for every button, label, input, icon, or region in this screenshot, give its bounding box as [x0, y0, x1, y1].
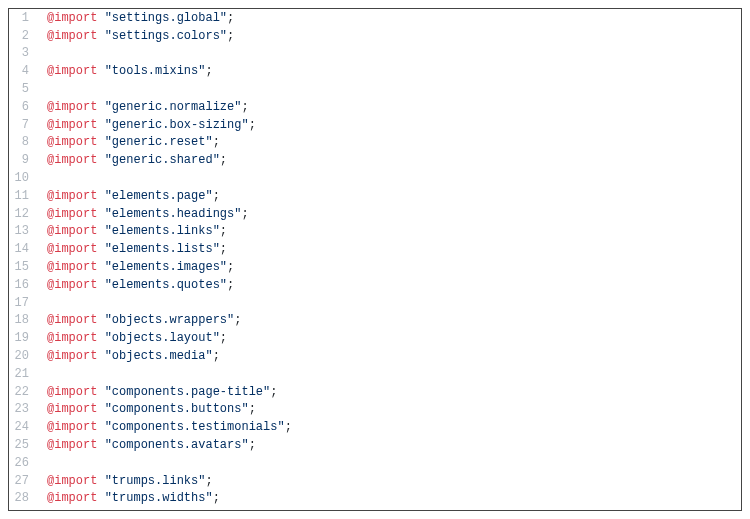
- code-line: 16@import "elements.quotes";: [9, 276, 741, 294]
- string-literal: "elements.quotes": [105, 278, 227, 292]
- line-number: 27: [9, 474, 37, 488]
- line-number: 12: [9, 207, 37, 221]
- code-line: 5: [9, 80, 741, 98]
- line-number: 23: [9, 402, 37, 416]
- keyword: @import: [47, 207, 97, 221]
- punctuation: ;: [213, 135, 220, 149]
- code-line: 2@import "settings.colors";: [9, 27, 741, 45]
- keyword: @import: [47, 242, 97, 256]
- string-literal: "generic.shared": [105, 153, 220, 167]
- keyword: @import: [47, 224, 97, 238]
- string-literal: "elements.lists": [105, 242, 220, 256]
- code-line: 10: [9, 169, 741, 187]
- line-content: @import "generic.box-sizing";: [37, 118, 256, 132]
- line-number: 26: [9, 456, 37, 470]
- line-number: 1: [9, 11, 37, 25]
- code-line: 8@import "generic.reset";: [9, 134, 741, 152]
- line-content: @import "objects.wrappers";: [37, 313, 241, 327]
- keyword: @import: [47, 64, 97, 78]
- string-literal: "trumps.widths": [105, 491, 213, 505]
- code-line: 9@import "generic.shared";: [9, 151, 741, 169]
- code-line: 15@import "elements.images";: [9, 258, 741, 276]
- line-content: @import "elements.images";: [37, 260, 234, 274]
- line-content: @import "components.testimonials";: [37, 420, 292, 434]
- string-literal: "elements.images": [105, 260, 227, 274]
- code-line: 22@import "components.page-title";: [9, 383, 741, 401]
- punctuation: ;: [241, 207, 248, 221]
- keyword: @import: [47, 135, 97, 149]
- code-line: 7@import "generic.box-sizing";: [9, 116, 741, 134]
- punctuation: ;: [241, 100, 248, 114]
- keyword: @import: [47, 402, 97, 416]
- line-number: 10: [9, 171, 37, 185]
- punctuation: ;: [249, 438, 256, 452]
- punctuation: ;: [205, 474, 212, 488]
- string-literal: "settings.global": [105, 11, 227, 25]
- code-line: 24@import "components.testimonials";: [9, 418, 741, 436]
- punctuation: ;: [270, 385, 277, 399]
- line-number: 18: [9, 313, 37, 327]
- keyword: @import: [47, 29, 97, 43]
- string-literal: "elements.headings": [105, 207, 242, 221]
- line-number: 5: [9, 82, 37, 96]
- keyword: @import: [47, 438, 97, 452]
- string-literal: "elements.page": [105, 189, 213, 203]
- line-number: 15: [9, 260, 37, 274]
- string-literal: "objects.media": [105, 349, 213, 363]
- keyword: @import: [47, 420, 97, 434]
- code-line: 11@import "elements.page";: [9, 187, 741, 205]
- line-number: 20: [9, 349, 37, 363]
- line-content: @import "elements.lists";: [37, 242, 227, 256]
- string-literal: "components.buttons": [105, 402, 249, 416]
- string-literal: "generic.box-sizing": [105, 118, 249, 132]
- punctuation: ;: [227, 278, 234, 292]
- line-number: 28: [9, 491, 37, 505]
- keyword: @import: [47, 278, 97, 292]
- line-content: @import "generic.shared";: [37, 153, 227, 167]
- code-line: 19@import "objects.layout";: [9, 329, 741, 347]
- line-content: @import "components.avatars";: [37, 438, 256, 452]
- line-content: @import "elements.page";: [37, 189, 220, 203]
- line-content: @import "elements.headings";: [37, 207, 249, 221]
- code-line: 14@import "elements.lists";: [9, 240, 741, 258]
- line-number: 21: [9, 367, 37, 381]
- code-line: 26: [9, 454, 741, 472]
- keyword: @import: [47, 11, 97, 25]
- line-number: 11: [9, 189, 37, 203]
- line-number: 6: [9, 100, 37, 114]
- string-literal: "trumps.links": [105, 474, 206, 488]
- keyword: @import: [47, 331, 97, 345]
- punctuation: ;: [220, 153, 227, 167]
- line-number: 24: [9, 420, 37, 434]
- string-literal: "objects.layout": [105, 331, 220, 345]
- line-number: 2: [9, 29, 37, 43]
- line-content: @import "generic.reset";: [37, 135, 220, 149]
- string-literal: "objects.wrappers": [105, 313, 235, 327]
- punctuation: ;: [249, 402, 256, 416]
- keyword: @import: [47, 385, 97, 399]
- code-line: 23@import "components.buttons";: [9, 401, 741, 419]
- code-line: 27@import "trumps.links";: [9, 472, 741, 490]
- line-content: @import "settings.colors";: [37, 29, 234, 43]
- line-number: 14: [9, 242, 37, 256]
- line-content: @import "components.page-title";: [37, 385, 277, 399]
- line-number: 3: [9, 46, 37, 60]
- punctuation: ;: [227, 29, 234, 43]
- line-content: @import "objects.media";: [37, 349, 220, 363]
- keyword: @import: [47, 118, 97, 132]
- line-content: @import "objects.layout";: [37, 331, 227, 345]
- punctuation: ;: [213, 349, 220, 363]
- line-content: @import "settings.global";: [37, 11, 234, 25]
- keyword: @import: [47, 349, 97, 363]
- punctuation: ;: [227, 11, 234, 25]
- code-line: 18@import "objects.wrappers";: [9, 312, 741, 330]
- keyword: @import: [47, 100, 97, 114]
- line-content: @import "trumps.widths";: [37, 491, 220, 505]
- punctuation: ;: [220, 224, 227, 238]
- line-number: 17: [9, 296, 37, 310]
- code-line: 20@import "objects.media";: [9, 347, 741, 365]
- code-line: 12@import "elements.headings";: [9, 205, 741, 223]
- code-line: 1@import "settings.global";: [9, 9, 741, 27]
- punctuation: ;: [234, 313, 241, 327]
- punctuation: ;: [227, 260, 234, 274]
